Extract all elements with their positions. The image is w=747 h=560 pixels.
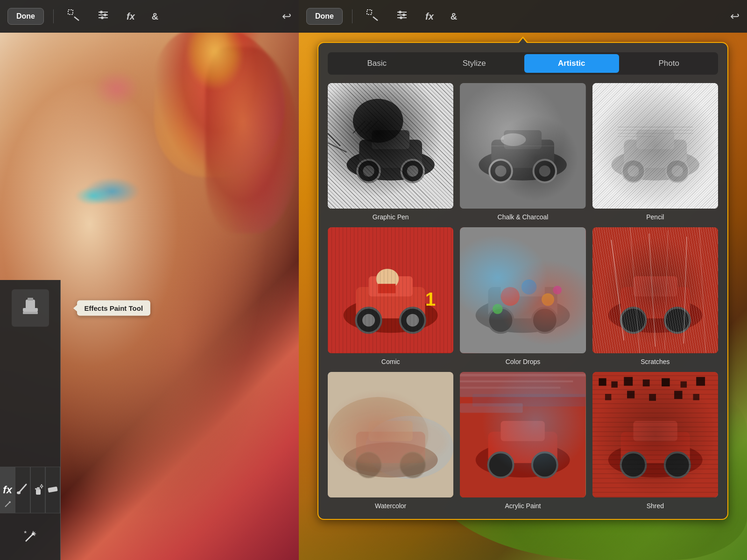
svg-rect-129 bbox=[592, 372, 718, 497]
svg-rect-65 bbox=[636, 130, 674, 149]
right-layers-icon[interactable]: & bbox=[451, 11, 457, 22]
filter-watercolor[interactable]: Watercolor bbox=[328, 372, 453, 510]
svg-point-134 bbox=[665, 452, 690, 477]
svg-point-53 bbox=[479, 149, 567, 180]
svg-rect-38 bbox=[328, 83, 453, 209]
svg-point-86 bbox=[476, 298, 570, 333]
brush-tool[interactable] bbox=[15, 467, 30, 513]
svg-rect-98 bbox=[620, 287, 690, 318]
left-done-button[interactable]: Done bbox=[7, 8, 44, 25]
svg-rect-10 bbox=[23, 312, 38, 314]
svg-point-42 bbox=[357, 160, 380, 182]
tab-basic[interactable]: Basic bbox=[330, 54, 424, 73]
stamp-tool[interactable]: Effects Paint Tool bbox=[12, 289, 49, 327]
svg-rect-79 bbox=[378, 284, 396, 294]
svg-line-102 bbox=[611, 240, 624, 340]
filter-label-chalk-charcoal: Chalk & Charcoal bbox=[498, 213, 549, 221]
svg-rect-55 bbox=[504, 130, 542, 149]
eraser-icon bbox=[46, 483, 59, 497]
fx-brush-tool[interactable]: fx bbox=[0, 467, 15, 513]
tab-stylize[interactable]: Stylize bbox=[427, 54, 522, 73]
left-undo-button[interactable]: ↩ bbox=[282, 10, 291, 23]
filter-pencil[interactable]: Pencil bbox=[592, 83, 718, 221]
eraser-tool[interactable] bbox=[45, 467, 60, 513]
svg-rect-146 bbox=[693, 394, 699, 400]
svg-line-104 bbox=[649, 234, 655, 347]
svg-line-105 bbox=[665, 231, 668, 350]
svg-rect-138 bbox=[642, 379, 649, 386]
spray-tool[interactable] bbox=[30, 467, 45, 513]
svg-point-68 bbox=[627, 165, 639, 176]
brush-tools-row: fx bbox=[0, 467, 60, 513]
left-tools-top: Effects Paint Tool bbox=[0, 280, 60, 467]
svg-point-69 bbox=[671, 165, 683, 176]
right-done-button[interactable]: Done bbox=[306, 8, 343, 25]
svg-rect-41 bbox=[372, 130, 409, 149]
filter-graphic-pen[interactable]: Graphic Pen bbox=[328, 83, 453, 221]
svg-rect-77 bbox=[369, 276, 413, 296]
adjust-icon[interactable] bbox=[97, 8, 110, 24]
svg-point-111 bbox=[344, 442, 438, 477]
svg-point-67 bbox=[666, 160, 688, 182]
filter-comic[interactable]: 1 Comic bbox=[328, 227, 453, 365]
svg-point-94 bbox=[493, 304, 503, 315]
right-top-toolbar: Done fx & ↩ bbox=[299, 0, 747, 33]
svg-point-13 bbox=[9, 501, 11, 503]
svg-rect-99 bbox=[633, 276, 677, 296]
svg-point-15 bbox=[17, 491, 21, 494]
selection-icon[interactable] bbox=[67, 8, 80, 24]
right-adjust-icon[interactable] bbox=[395, 8, 409, 24]
svg-point-56 bbox=[490, 160, 512, 182]
svg-point-90 bbox=[532, 308, 557, 333]
svg-rect-88 bbox=[501, 276, 545, 296]
svg-rect-11 bbox=[28, 298, 33, 301]
fx-icon[interactable]: fx bbox=[127, 11, 135, 22]
filter-panel: Basic Stylize Artistic Photo bbox=[317, 42, 728, 520]
svg-rect-54 bbox=[492, 140, 555, 168]
svg-point-45 bbox=[407, 165, 418, 176]
svg-point-93 bbox=[542, 294, 554, 306]
svg-point-115 bbox=[400, 452, 425, 477]
right-panel: Done fx & ↩ Basic Stylize bbox=[299, 0, 747, 560]
filter-shred[interactable]: Shred bbox=[592, 372, 718, 510]
svg-text:1: 1 bbox=[425, 289, 436, 310]
left-tools-bottom bbox=[0, 513, 60, 560]
svg-rect-30 bbox=[367, 10, 372, 14]
spray-icon bbox=[31, 483, 44, 497]
filter-color-drops[interactable]: Color Drops bbox=[460, 227, 585, 365]
svg-point-101 bbox=[665, 308, 690, 333]
svg-point-33 bbox=[399, 11, 402, 14]
svg-line-27 bbox=[34, 532, 35, 533]
svg-point-60 bbox=[501, 133, 526, 146]
tab-artistic[interactable]: Artistic bbox=[524, 54, 619, 73]
svg-point-89 bbox=[488, 308, 514, 333]
tab-photo[interactable]: Photo bbox=[622, 54, 717, 73]
filter-scratches[interactable]: Scratches bbox=[592, 227, 718, 365]
toolbar-divider-1 bbox=[53, 9, 54, 23]
svg-point-100 bbox=[620, 308, 646, 333]
magic-wand-tool[interactable] bbox=[16, 523, 44, 551]
svg-point-114 bbox=[356, 452, 381, 477]
svg-rect-139 bbox=[662, 378, 670, 386]
filter-label-watercolor: Watercolor bbox=[375, 502, 406, 510]
svg-point-81 bbox=[400, 308, 425, 333]
svg-point-91 bbox=[501, 287, 520, 306]
right-fx-icon[interactable]: fx bbox=[425, 11, 434, 22]
filter-thumb-chalk-charcoal bbox=[460, 83, 585, 209]
fx-brush-icon: fx bbox=[3, 484, 12, 496]
svg-line-50 bbox=[328, 143, 346, 152]
filter-thumb-acrylic bbox=[460, 372, 585, 497]
svg-rect-124 bbox=[472, 394, 585, 406]
svg-line-49 bbox=[328, 133, 340, 146]
svg-point-133 bbox=[620, 452, 646, 477]
right-selection-icon[interactable] bbox=[366, 8, 379, 24]
right-undo-button[interactable]: ↩ bbox=[730, 10, 740, 23]
svg-point-122 bbox=[532, 452, 557, 477]
filter-chalk-charcoal[interactable]: Chalk & Charcoal bbox=[460, 83, 585, 221]
svg-point-80 bbox=[356, 308, 381, 333]
svg-line-48 bbox=[366, 121, 378, 133]
filter-thumb-pencil bbox=[592, 83, 718, 209]
svg-point-130 bbox=[608, 442, 702, 477]
layers-icon[interactable]: & bbox=[152, 11, 158, 22]
filter-acrylic-paint[interactable]: Acrylic Paint bbox=[460, 372, 585, 510]
